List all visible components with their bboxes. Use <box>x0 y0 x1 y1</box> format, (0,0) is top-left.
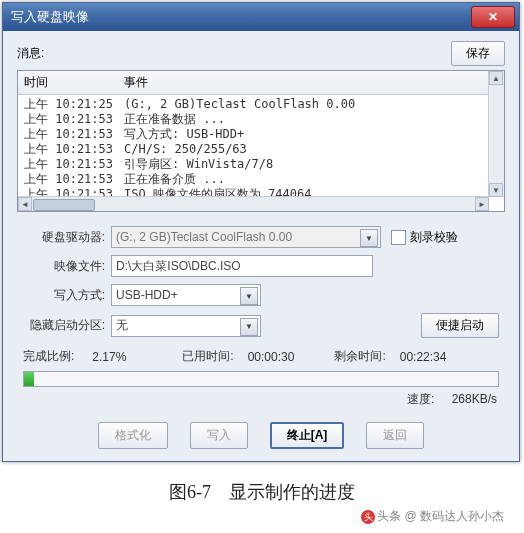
figure-caption: 图6-7 显示制作的进度 <box>0 480 524 504</box>
scroll-up-icon[interactable]: ▲ <box>489 71 503 85</box>
log-listview[interactable]: 时间 事件 上午 10:21:25(G:, 2 GB)Teclast CoolF… <box>17 70 505 212</box>
hidden-value: 无 <box>116 317 128 334</box>
progress-fill <box>24 372 34 386</box>
message-label: 消息: <box>17 45 44 62</box>
log-event: 正在准备数据 ... <box>124 112 498 127</box>
dialog-content: 消息: 保存 时间 事件 上午 10:21:25(G:, 2 GB)Teclas… <box>3 31 519 461</box>
titlebar: 写入硬盘映像 ✕ <box>3 3 519 31</box>
log-event: (G:, 2 GB)Teclast CoolFlash 0.00 <box>124 97 498 112</box>
log-time: 上午 10:21:53 <box>24 157 124 172</box>
chevron-down-icon[interactable]: ▼ <box>360 229 378 247</box>
log-time: 上午 10:21:53 <box>24 142 124 157</box>
col-event[interactable]: 事件 <box>124 74 498 91</box>
log-row[interactable]: 上午 10:21:53引导扇区: WinVista/7/8 <box>24 157 498 172</box>
chevron-down-icon[interactable]: ▼ <box>240 318 258 336</box>
log-header: 时间 事件 <box>18 71 504 95</box>
scroll-down-icon[interactable]: ▼ <box>489 183 503 197</box>
verify-label: 刻录校验 <box>410 229 458 246</box>
image-path-input[interactable]: D:\大白菜ISO\DBC.ISO <box>111 255 373 277</box>
form-area: 硬盘驱动器: (G:, 2 GB)Teclast CoolFlash 0.00 … <box>17 226 505 338</box>
button-row: 格式化 写入 终止[A] 返回 <box>17 422 505 449</box>
log-event: 写入方式: USB-HDD+ <box>124 127 498 142</box>
log-event: C/H/S: 250/255/63 <box>124 142 498 157</box>
vertical-scrollbar[interactable]: ▲ ▼ <box>488 71 504 197</box>
remain-value: 00:22:34 <box>400 350 447 364</box>
log-time: 上午 10:21:25 <box>24 97 124 112</box>
drive-value: (G:, 2 GB)Teclast CoolFlash 0.00 <box>116 230 292 244</box>
save-button[interactable]: 保存 <box>451 41 505 66</box>
scroll-right-icon[interactable]: ► <box>475 197 489 211</box>
log-time: 上午 10:21:53 <box>24 172 124 187</box>
log-row[interactable]: 上午 10:21:53正在准备介质 ... <box>24 172 498 187</box>
close-icon: ✕ <box>488 10 498 24</box>
abort-button[interactable]: 终止[A] <box>270 422 345 449</box>
write-button[interactable]: 写入 <box>190 422 248 449</box>
log-row[interactable]: 上午 10:21:53写入方式: USB-HDD+ <box>24 127 498 142</box>
log-time: 上午 10:21:53 <box>24 112 124 127</box>
drive-label: 硬盘驱动器: <box>23 229 111 246</box>
log-row[interactable]: 上午 10:21:25(G:, 2 GB)Teclast CoolFlash 0… <box>24 97 498 112</box>
image-label: 映像文件: <box>23 258 111 275</box>
easy-boot-button[interactable]: 便捷启动 <box>421 313 499 338</box>
elapsed-label: 已用时间: <box>182 348 233 365</box>
hidden-dropdown[interactable]: 无 ▼ <box>111 315 261 337</box>
watermark: 头头条 @ 数码达人孙小杰 <box>0 508 524 525</box>
done-label: 完成比例: <box>23 348 74 365</box>
log-time: 上午 10:21:53 <box>24 127 124 142</box>
verify-checkbox[interactable] <box>391 230 406 245</box>
watermark-text: 头条 @ 数码达人孙小杰 <box>377 509 504 523</box>
window-title: 写入硬盘映像 <box>11 8 89 26</box>
remain-label: 剩余时间: <box>334 348 385 365</box>
close-button[interactable]: ✕ <box>471 6 515 28</box>
log-row[interactable]: 上午 10:21:53正在准备数据 ... <box>24 112 498 127</box>
done-value: 2.17% <box>92 350 152 364</box>
writemode-value: USB-HDD+ <box>116 288 178 302</box>
writemode-dropdown[interactable]: USB-HDD+ ▼ <box>111 284 261 306</box>
col-time[interactable]: 时间 <box>24 74 124 91</box>
stats-row: 完成比例: 2.17% 已用时间: 00:00:30 剩余时间: 00:22:3… <box>17 348 505 365</box>
message-header: 消息: 保存 <box>17 41 505 66</box>
progress-bar <box>23 371 499 387</box>
speed-label: 速度: <box>407 392 434 406</box>
log-event: 正在准备介质 ... <box>124 172 498 187</box>
drive-dropdown[interactable]: (G:, 2 GB)Teclast CoolFlash 0.00 ▼ <box>111 226 381 248</box>
chevron-down-icon[interactable]: ▼ <box>240 287 258 305</box>
verify-checkbox-wrap[interactable]: 刻录校验 <box>391 229 458 246</box>
speed-value: 268KB/s <box>452 392 497 406</box>
scroll-left-icon[interactable]: ◄ <box>18 197 32 211</box>
writemode-label: 写入方式: <box>23 287 111 304</box>
speed-row: 速度: 268KB/s <box>17 387 505 408</box>
image-value: D:\大白菜ISO\DBC.ISO <box>116 258 241 275</box>
dialog-window: 写入硬盘映像 ✕ 消息: 保存 时间 事件 上午 10:21:25(G:, 2 … <box>2 2 520 462</box>
toutiao-icon: 头 <box>361 510 375 524</box>
log-row[interactable]: 上午 10:21:53C/H/S: 250/255/63 <box>24 142 498 157</box>
elapsed-value: 00:00:30 <box>248 350 295 364</box>
log-event: 引导扇区: WinVista/7/8 <box>124 157 498 172</box>
log-rows: 上午 10:21:25(G:, 2 GB)Teclast CoolFlash 0… <box>18 95 504 212</box>
format-button[interactable]: 格式化 <box>98 422 168 449</box>
hidden-label: 隐藏启动分区: <box>23 317 111 334</box>
scroll-thumb[interactable] <box>33 199 95 211</box>
horizontal-scrollbar[interactable]: ◄ ► <box>18 196 489 211</box>
back-button[interactable]: 返回 <box>366 422 424 449</box>
